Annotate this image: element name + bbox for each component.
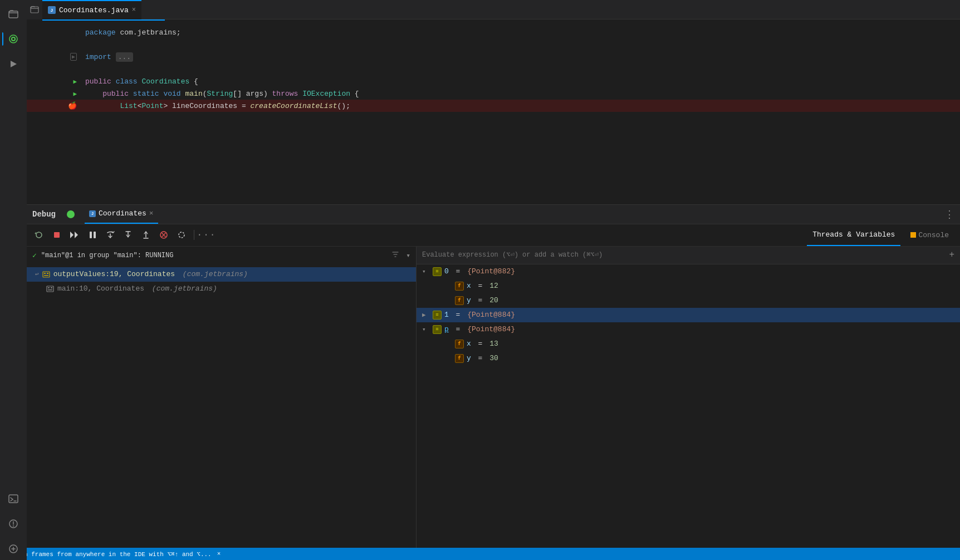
mute-btn[interactable] xyxy=(175,228,188,242)
svg-rect-19 xyxy=(47,273,48,274)
var-row-p-x[interactable]: f x = 13 xyxy=(417,337,960,351)
editor-tab-close[interactable]: × xyxy=(132,6,136,14)
var-value-0: {Point@882} xyxy=(467,267,515,276)
step-into-btn[interactable] xyxy=(121,228,135,242)
status-close-btn[interactable]: × xyxy=(217,551,221,557)
left-sidebar xyxy=(0,0,27,560)
svg-rect-14 xyxy=(94,232,96,238)
var-value-p-y: 30 xyxy=(489,354,498,362)
var-expand-1: ▶ xyxy=(422,311,430,318)
pause-btn[interactable] xyxy=(86,228,99,242)
panel-tab-coordinates[interactable]: J Coordinates × xyxy=(85,204,158,224)
svg-rect-5 xyxy=(9,495,18,503)
var-eq-1: = xyxy=(452,311,464,319)
run-gutter-6[interactable]: ▶ xyxy=(73,90,77,97)
code-line-7: 🍎 List<Point> lineCoordinates = createCo… xyxy=(27,100,960,112)
run-gutter-5[interactable]: ▶ xyxy=(73,78,77,85)
svg-marker-11 xyxy=(70,232,74,238)
breakpoint-7[interactable]: 🍎 xyxy=(68,101,77,110)
resume-btn[interactable] xyxy=(68,228,81,242)
editor-area: J Coordinates.java × package com.jetbrai… xyxy=(27,0,960,204)
code-line-2 xyxy=(27,38,960,51)
console-tab[interactable]: Console xyxy=(905,224,954,246)
svg-point-16 xyxy=(179,232,184,238)
sidebar-item-run[interactable] xyxy=(2,53,25,75)
sidebar-item-debug[interactable] xyxy=(2,28,25,50)
frame-icon-0 xyxy=(42,271,50,278)
debug-panel-title: Debug xyxy=(32,210,56,219)
var-eq-0: = xyxy=(452,267,464,276)
stop-btn[interactable] xyxy=(50,228,63,242)
code-line-6: ▶ public static void main(String[] args)… xyxy=(27,87,960,100)
svg-rect-20 xyxy=(44,275,48,276)
var-eq-0-y: = xyxy=(474,296,487,304)
editor-tab-bar: J Coordinates.java × xyxy=(27,0,960,19)
java-file-icon: J xyxy=(48,6,56,14)
var-row-0-x[interactable]: f x = 12 xyxy=(417,279,960,293)
thread-dropdown-btn[interactable]: ▾ xyxy=(406,251,410,260)
console-dot xyxy=(910,232,916,238)
panel-more-btn[interactable]: ⋮ xyxy=(944,208,954,220)
folder-icon xyxy=(27,0,42,19)
var-row-p[interactable]: ▾ ≡ p = {Point@884} xyxy=(417,322,960,337)
sidebar-item-plugins[interactable] xyxy=(2,538,25,560)
panel-tab-close[interactable]: × xyxy=(149,209,154,218)
frame-location-1: (com.jetbrains) xyxy=(148,284,217,293)
gutter-6: ▶ xyxy=(32,90,85,97)
gutter-3: ▶ xyxy=(32,53,85,61)
sidebar-item-folder[interactable] xyxy=(2,3,25,25)
sidebar-item-issues[interactable] xyxy=(2,513,25,535)
var-row-0-y[interactable]: f y = 20 xyxy=(417,293,960,308)
frame-item-1[interactable]: main:10, Coordinates (com.jetbrains) xyxy=(27,282,416,296)
step-out-btn[interactable] xyxy=(139,228,153,242)
var-row-p-y[interactable]: f y = 30 xyxy=(417,351,960,366)
variables-panel: + ▾ ≡ 0 = {Point@882} xyxy=(417,247,960,548)
code-content-5: public class Coordinates { xyxy=(85,77,960,86)
code-editor[interactable]: package com.jetbrains; ▶ import ... xyxy=(27,21,960,204)
frames-list: ↩ outputValues:19, Coordinates (com.jetb… xyxy=(27,264,416,548)
vars-list: ▾ ≡ 0 = {Point@882} f x = 12 xyxy=(417,264,960,548)
sidebar-item-terminal[interactable] xyxy=(2,488,25,510)
frame-item-0[interactable]: ↩ outputValues:19, Coordinates (com.jetb… xyxy=(27,267,416,282)
var-name-0-y: y xyxy=(467,296,471,304)
collapse-import-arrow[interactable]: ▶ xyxy=(70,53,77,61)
var-value-0-y: 20 xyxy=(489,296,498,304)
filter-btn[interactable] xyxy=(391,250,399,261)
frame-location-0: (com.jetbrains) xyxy=(178,270,248,278)
more-btn[interactable]: ··· xyxy=(200,228,213,242)
svg-rect-10 xyxy=(54,232,60,238)
var-eq-p: = xyxy=(452,325,464,333)
debug-status-dot xyxy=(67,210,75,218)
var-value-0-x: 12 xyxy=(489,282,498,290)
var-icon-field-0-y: f xyxy=(455,296,464,305)
code-line-5: ▶ public class Coordinates { xyxy=(27,75,960,87)
gutter-5: ▶ xyxy=(32,78,85,85)
frame-method-1: main:10, Coordinates xyxy=(57,284,144,293)
eval-add-btn[interactable]: + xyxy=(949,250,954,260)
var-row-1[interactable]: ▶ ≡ 1 = {Point@884} xyxy=(417,308,960,322)
panel-tab-bar: Debug J Coordinates × ⋮ xyxy=(27,205,960,224)
var-expand-0: ▾ xyxy=(422,268,430,275)
rerun-btn[interactable] xyxy=(32,228,46,242)
stop-breakpoints-btn[interactable] xyxy=(157,228,170,242)
panel-tab-coordinates-label: Coordinates xyxy=(99,209,146,218)
code-line-3: ▶ import ... xyxy=(27,51,960,63)
step-over-btn[interactable] xyxy=(104,228,117,242)
var-name-0: 0 xyxy=(444,267,449,276)
gutter-7: 🍎 xyxy=(32,101,85,110)
var-name-0-x: x xyxy=(467,282,471,290)
status-message: Switch frames from anywhere in the IDE w… xyxy=(6,551,212,558)
var-eq-0-x: = xyxy=(474,282,487,290)
thread-status-icon: ✓ xyxy=(32,251,37,260)
var-icon-field-p-y: f xyxy=(455,354,464,363)
svg-rect-22 xyxy=(48,287,50,288)
var-icon-field-0-x: f xyxy=(455,282,464,291)
threads-variables-tab[interactable]: Threads & Variables xyxy=(807,224,900,246)
console-label: Console xyxy=(918,231,949,239)
code-content-6: public static void main(String[] args) t… xyxy=(85,90,960,98)
var-icon-field-p-x: f xyxy=(455,340,464,348)
var-row-0[interactable]: ▾ ≡ 0 = {Point@882} xyxy=(417,264,960,279)
var-icon-arr-p: ≡ xyxy=(433,325,442,334)
editor-tab-coordinates[interactable]: J Coordinates.java × xyxy=(42,0,141,19)
eval-input[interactable] xyxy=(422,251,944,259)
